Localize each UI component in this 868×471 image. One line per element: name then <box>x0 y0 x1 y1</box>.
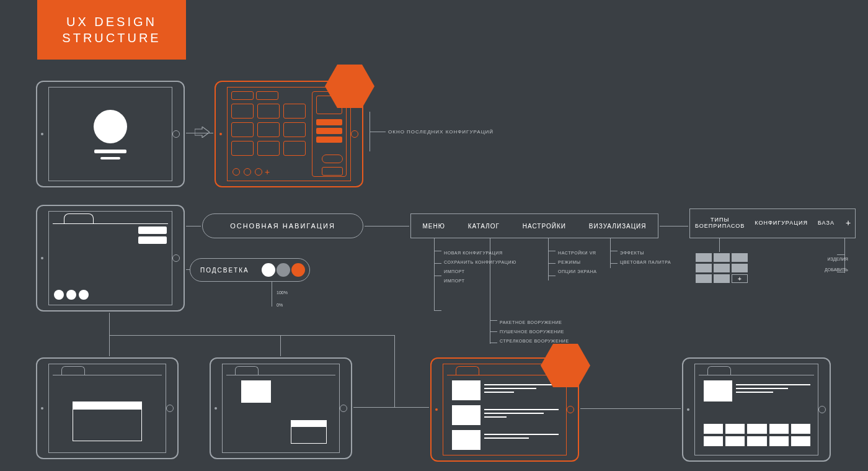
screen <box>48 211 172 305</box>
navbar-secondary: ТИПЫ БОЕПРИПАСОВ КОНФИГУРАЦИЯ БАЗА + <box>689 209 856 238</box>
list-thumb <box>452 430 480 450</box>
connector <box>719 238 720 252</box>
tab-row <box>53 214 168 224</box>
screen <box>48 87 172 181</box>
block <box>138 236 167 244</box>
thumb-row <box>704 424 810 446</box>
settings-item[interactable]: РЕЖИМЫ <box>558 260 597 264</box>
screen: + <box>227 87 351 181</box>
swatch-grey[interactable] <box>277 263 290 277</box>
settings-item[interactable]: ОПЦИИ ЭКРАНА <box>558 269 597 274</box>
connector <box>548 251 556 251</box>
visual-sublist: ЭФФЕКТЫ ЦВЕТОВАЯ ПАЛИТРА <box>620 246 671 269</box>
dots <box>54 290 89 300</box>
dots <box>232 168 262 176</box>
nav2-config[interactable]: КОНФИГУРАЦИЯ <box>750 220 813 227</box>
menu-item[interactable]: НОВАЯ КОНФИГУРАЦИЯ <box>444 251 516 255</box>
square <box>322 167 343 176</box>
connector <box>434 263 441 264</box>
connector <box>434 251 441 251</box>
block <box>138 227 167 234</box>
menu-item[interactable]: ИМПОРТ <box>444 279 516 283</box>
tablet-modal <box>36 357 179 459</box>
hero-thumb <box>704 380 732 401</box>
logo-bar-small <box>100 157 120 159</box>
mini-grid: + <box>696 253 748 283</box>
right-item[interactable]: ДОБАВИТЬ <box>825 267 848 272</box>
connector <box>660 226 688 227</box>
catalog-item[interactable]: СТРЕЛКОВОЕ ВООРУЖЕНИЕ <box>500 339 569 343</box>
tablet-detail <box>210 357 352 459</box>
connector <box>109 335 394 336</box>
logo-circle <box>94 110 127 143</box>
connector <box>490 320 497 321</box>
color-swatches <box>262 263 305 277</box>
connector <box>394 335 395 407</box>
tabs <box>231 91 278 100</box>
screen <box>694 364 818 455</box>
connector <box>548 276 556 276</box>
menu-item[interactable]: ИМПОРТ <box>444 269 516 274</box>
connector <box>610 263 618 264</box>
nav-menu[interactable]: МЕНЮ <box>418 223 448 230</box>
list-thumb <box>452 405 480 425</box>
settings-item[interactable]: НАСТРОЙКИ VR <box>558 251 597 255</box>
connector <box>109 313 110 356</box>
connector <box>434 238 435 310</box>
visual-item[interactable]: ЦВЕТОВАЯ ПАЛИТРА <box>620 260 671 264</box>
main-nav-pill: ОСНОВНАЯ НАВИГАЦИЯ <box>202 213 363 238</box>
connector <box>490 331 497 332</box>
catalog-item[interactable]: РАКЕТНОЕ ВООРУЖЕНИЕ <box>500 320 569 325</box>
navbar-main: МЕНЮ КАТАЛОГ НАСТРОЙКИ ВИЗУАЛИЗАЦИЯ <box>410 213 658 238</box>
arrow-right-icon <box>195 127 210 138</box>
list-thumb <box>452 380 480 400</box>
lighting-label: ПОДСВЕТКА <box>200 267 249 274</box>
nav-visual[interactable]: ВИЗУАЛИЗАЦИЯ <box>585 223 650 230</box>
tick-100: 100% <box>277 290 288 295</box>
menu-item[interactable]: СОХРАНИТЬ КОНФИГУРАЦИЮ <box>444 260 516 264</box>
screen <box>222 364 340 453</box>
connector <box>280 335 281 356</box>
connector <box>186 226 201 227</box>
connector <box>580 408 681 409</box>
connector <box>610 251 618 251</box>
swatch-white[interactable] <box>262 263 275 277</box>
right-item[interactable]: ИЗДЕЛИЯ <box>825 257 848 261</box>
nav-settings[interactable]: НАСТРОЙКИ <box>519 223 570 230</box>
block <box>291 420 327 444</box>
swatch-orange[interactable] <box>291 263 305 277</box>
nav2-plus[interactable]: + <box>839 218 857 228</box>
dialog-panel <box>73 401 142 441</box>
tick-0: 0% <box>277 303 283 307</box>
visual-item[interactable]: ЭФФЕКТЫ <box>620 251 671 255</box>
connector <box>548 263 556 264</box>
thumbnail-grid <box>231 104 306 156</box>
screen <box>48 364 166 453</box>
title-text: UX DESIGN STRUCTURE <box>62 14 161 46</box>
main-nav-label: ОСНОВНАЯ НАВИГАЦИЯ <box>230 222 335 230</box>
tablet-catalog <box>682 357 831 462</box>
connector <box>490 343 497 343</box>
nav2-types[interactable]: ТИПЫ БОЕПРИПАСОВ <box>690 217 750 230</box>
title-block: UX DESIGN STRUCTURE <box>37 0 186 60</box>
lighting-pill: ПОДСВЕТКА <box>190 258 310 282</box>
connector <box>370 132 386 132</box>
nav-catalog[interactable]: КАТАЛОГ <box>464 223 503 230</box>
label-last-configs: ОКНО ПОСЛЕДНИХ КОНФИГУРАЦИЙ <box>388 129 494 135</box>
tablet-splash <box>36 81 185 187</box>
logo-bar <box>94 150 126 153</box>
nav2-base[interactable]: БАЗА <box>813 220 839 227</box>
settings-sublist: НАСТРОЙКИ VR РЕЖИМЫ ОПЦИИ ЭКРАНА <box>558 246 597 279</box>
pill <box>322 155 343 163</box>
tablet-main-nav <box>36 205 185 312</box>
catalog-sublist: РАКЕТНОЕ ВООРУЖЕНИЕ ПУШЕЧНОЕ ВООРУЖЕНИЕ … <box>500 315 569 348</box>
connector <box>272 282 272 307</box>
connector <box>434 310 441 311</box>
minigrid-plus[interactable]: + <box>732 274 748 283</box>
connector <box>434 276 441 276</box>
connector <box>365 226 409 227</box>
connector <box>548 238 549 280</box>
right-sublist: ИЗДЕЛИЯ ДОБАВИТЬ <box>825 251 848 278</box>
catalog-item[interactable]: ПУШЕЧНОЕ ВООРУЖЕНИЕ <box>500 330 569 334</box>
plus-icon: + <box>265 167 270 177</box>
